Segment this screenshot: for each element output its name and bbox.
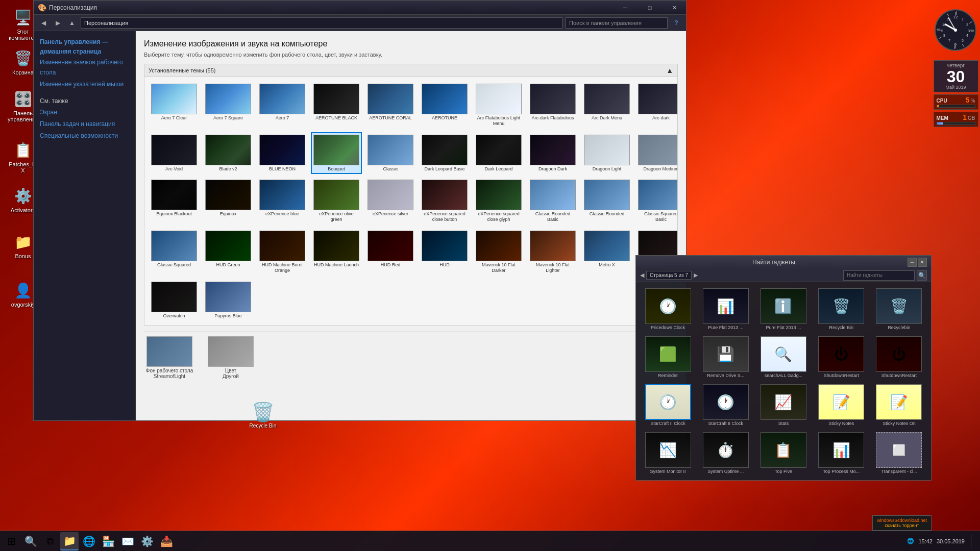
theme-item-hud-green[interactable]: HUD Green [203, 228, 254, 276]
gadgets-prev-button[interactable]: ◀ [640, 272, 644, 279]
theme-item-experience-sq-close-btn[interactable]: eXPerience squared close button [419, 177, 470, 225]
close-button[interactable]: ✕ [663, 1, 686, 15]
gadget-item-reminder[interactable]: 🟩 Reminder [640, 334, 696, 380]
gadgets-close-button[interactable]: ✕ [918, 258, 927, 267]
gadget-item-pureflat1[interactable]: 📊 Pure Flat 2013 ... [698, 286, 753, 332]
theme-item-maverick-lighter[interactable]: Maverick 10 Flat Lighter [527, 228, 578, 276]
theme-item-blade-v2[interactable]: Blade v2 [203, 132, 254, 174]
theme-item-experience-sq-close-glyph[interactable]: eXPerience squared close glyph [473, 177, 524, 225]
theme-item-arc-dark-menu[interactable]: Arc Dark Menu [581, 81, 632, 129]
gadget-item-recycle[interactable]: 🗑️ Recycle Bin [814, 286, 869, 332]
gadget-item-recyclebin[interactable]: 🗑️ Recyclebin [871, 286, 927, 332]
theme-item-aero7[interactable]: Aero 7 [257, 81, 308, 129]
color-item[interactable]: ЦветДругой [205, 336, 256, 379]
gadget-item-stickynotes2[interactable]: 📝 Sticky Notes On [871, 382, 927, 428]
gadget-item-topfive[interactable]: 📋 Top Five [755, 430, 811, 476]
show-desktop-button[interactable] [971, 534, 974, 548]
theme-name-experience-sq-close-btn: eXPerience squared close button [422, 211, 468, 222]
mail-button[interactable]: ✉️ [118, 532, 137, 550]
theme-item-dragoon-medium[interactable]: Dragoon Medium [635, 132, 678, 174]
recycle-bin-sidebar[interactable]: 🗑️ Recycle Bin [245, 402, 281, 429]
theme-item-equinox-blackout[interactable]: Equinox Blackout [149, 177, 200, 225]
theme-item-hud-burnt[interactable]: HUD Machine Burnt Orange [257, 228, 308, 276]
wallpaper-item[interactable]: Фон рабочего столаStreamofLight [144, 336, 195, 379]
gadget-item-pureflat2[interactable]: ℹ️ Pure Flat 2013 ... [755, 286, 811, 332]
gadget-item-stickynotes[interactable]: 📝 Sticky Notes [814, 382, 869, 428]
gadget-item-starcraft[interactable]: 🕐 StarCraft II Clock [698, 382, 753, 428]
theme-item-dragoon-dark[interactable]: Dragoon Dark [527, 132, 578, 174]
theme-item-arc-void[interactable]: Arc-Void [149, 132, 200, 174]
gadget-thumb-pricedown: 🕐 [645, 288, 691, 324]
svg-point-27 [954, 29, 957, 32]
theme-item-overwatch[interactable]: Overwatch [149, 279, 200, 321]
search-field[interactable]: Поиск в панели управления [566, 17, 668, 29]
theme-item-dark-leopard[interactable]: Dark Leopard [473, 132, 524, 174]
theme-item-arc-dark[interactable]: Arc-dark [635, 81, 678, 129]
help-button[interactable]: ? [671, 17, 682, 29]
theme-item-glassic-rounded-basic[interactable]: Glassic Rounded Basic [527, 177, 578, 225]
icons-link[interactable]: Изменение значков рабочего стола [40, 58, 129, 77]
up-button[interactable]: ▲ [66, 17, 78, 29]
taskbar-extra-button[interactable]: 📥 [157, 532, 176, 550]
theme-item-aerotune[interactable]: AEROTUNE [419, 81, 470, 129]
gadget-item-stats[interactable]: 📈 Stats [755, 382, 811, 428]
theme-item-glassic-sq[interactable]: Glassic Squared [149, 228, 200, 276]
gadget-item-topprocess[interactable]: 📊 Top Process Mo... [814, 430, 869, 476]
theme-item-experience-silver[interactable]: eXPerience silver [365, 177, 416, 225]
store-button[interactable]: 🏪 [99, 532, 117, 550]
theme-item-bouquet[interactable]: Bouquet [311, 132, 362, 174]
maximize-button[interactable]: □ [638, 1, 662, 15]
gadget-item-sysuptime[interactable]: ⏱️ System Uptime ... [698, 430, 753, 476]
gadget-item-clock-big[interactable]: 🕐 StarCraft II Clock [640, 382, 696, 428]
taskview-button[interactable]: ⧉ [41, 532, 59, 550]
theme-item-blue-neon[interactable]: BLUE NEON [257, 132, 308, 174]
theme-item-aero7clear[interactable]: Aero 7 Clear [149, 81, 200, 129]
theme-item-arc-flat-light[interactable]: Arc Flatabulous Light Menu [473, 81, 524, 129]
theme-item-papyros[interactable]: Papyros Blue [203, 279, 254, 321]
home-link[interactable]: Панель управления — домашняя страница [40, 37, 129, 57]
start-button[interactable]: ⊞ [2, 532, 20, 550]
theme-item-dragoon-light[interactable]: Dragoon Light [581, 132, 632, 174]
gadgets-search-input[interactable] [843, 270, 915, 281]
gadget-item-transparent[interactable]: ◻️ Transparent - cl... [871, 430, 927, 476]
theme-item-hud[interactable]: HUD [419, 228, 470, 276]
minimize-button[interactable]: ─ [614, 1, 637, 15]
theme-item-experience-olive[interactable]: eXPerience olive green [311, 177, 362, 225]
theme-item-aerotune-black[interactable]: AEROTUNE BLACK [311, 81, 362, 129]
theme-item-aerotune-coral[interactable]: AEROTUNE CORAL [365, 81, 416, 129]
see-also-screen[interactable]: Экран [40, 108, 129, 117]
back-button[interactable]: ◀ [38, 17, 49, 29]
edge-button[interactable]: 🌐 [80, 532, 98, 550]
themes-container[interactable]: Aero 7 Clear Aero 7 Square Aero 7 AEROTU… [144, 77, 678, 325]
gadget-item-pricedown[interactable]: 🕐 Pricedown Clock [640, 286, 696, 332]
theme-item-hud-red[interactable]: HUD Red [365, 228, 416, 276]
theme-item-equinox[interactable]: Equinox [203, 177, 254, 225]
theme-item-experience-blue[interactable]: eXPerience blue [257, 177, 308, 225]
address-field[interactable]: Персонализация [81, 17, 562, 29]
theme-item-glassic-rounded[interactable]: Glassic Rounded [581, 177, 632, 225]
theme-item-hud-launch[interactable]: HUD Machine Launch [311, 228, 362, 276]
settings-button[interactable]: ⚙️ [138, 532, 156, 550]
gadget-item-shutdown2[interactable]: ⏻ ShutdownRestart [871, 334, 927, 380]
see-also-taskbar[interactable]: Панель задач и навигация [40, 119, 129, 129]
explorer-button[interactable]: 📁 [60, 532, 79, 550]
cursor-link[interactable]: Изменение указателей мыши [40, 80, 129, 89]
gadget-item-searchall[interactable]: 🔍 searchALL Gadg... [755, 334, 811, 380]
forward-button[interactable]: ▶ [52, 17, 63, 29]
theme-item-arc-dark-flat[interactable]: Arc-dark Flatabulous [527, 81, 578, 129]
see-also-accessibility[interactable]: Специальные возможности [40, 131, 129, 141]
theme-item-metro-x[interactable]: Metro X [581, 228, 632, 276]
theme-item-classic[interactable]: Classic [365, 132, 416, 174]
gadgets-next-button[interactable]: ▶ [694, 272, 698, 279]
gadget-item-removedrive[interactable]: 💾 Remove Drive S... [698, 334, 753, 380]
theme-item-maverick-darker[interactable]: Maverick 10 Flat Darker [473, 228, 524, 276]
theme-item-aero7sq[interactable]: Aero 7 Square [203, 81, 254, 129]
gadgets-search-button[interactable]: 🔍 [917, 270, 927, 281]
network-icon[interactable]: 🌐 [907, 538, 914, 544]
theme-item-glassic-sq-basic[interactable]: Glassic Squared Basic [635, 177, 678, 225]
gadgets-minimize-button[interactable]: ─ [908, 258, 917, 267]
gadget-item-sysmonitor[interactable]: 📉 System Monitor II [640, 430, 696, 476]
gadget-item-shutdown1[interactable]: ⏻ ShutdownRestart [814, 334, 869, 380]
theme-item-dark-leopard-basic[interactable]: Dark Leopard Basic [419, 132, 470, 174]
search-button[interactable]: 🔍 [21, 532, 40, 550]
